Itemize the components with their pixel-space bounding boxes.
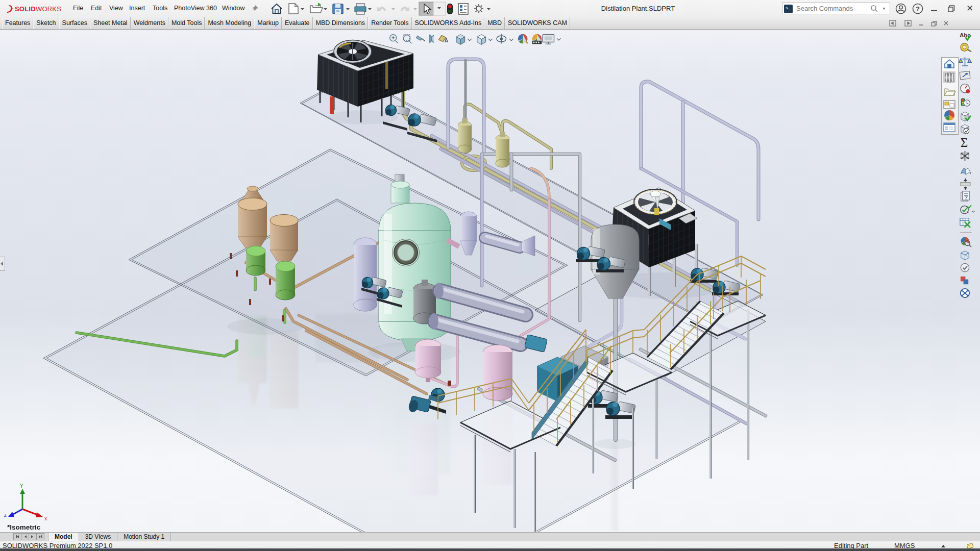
- svg-text:*: *: [967, 210, 969, 216]
- svg-text:Σ: Σ: [961, 136, 968, 149]
- svg-text:?: ?: [965, 194, 968, 201]
- svg-text:WORKS: WORKS: [36, 5, 61, 13]
- svg-text:A: A: [445, 38, 449, 43]
- svg-text:z: z: [4, 512, 7, 518]
- svg-text:SOLID: SOLID: [15, 5, 36, 13]
- svg-text:?: ?: [916, 5, 920, 13]
- svg-text:Y: Y: [20, 483, 23, 489]
- svg-text:x: x: [44, 516, 47, 521]
